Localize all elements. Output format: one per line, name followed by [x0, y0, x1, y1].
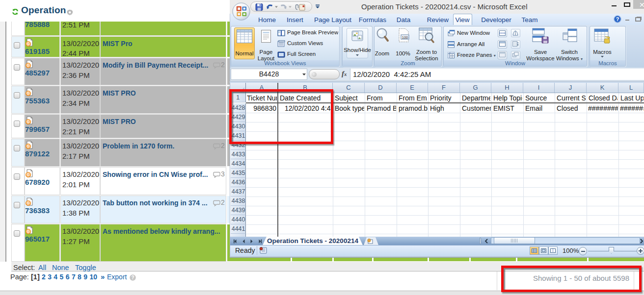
svg-text:@: @: [26, 229, 30, 234]
svg-text:?: ?: [616, 16, 619, 22]
svg-text:@: @: [26, 63, 30, 68]
svg-text:@: @: [26, 41, 30, 46]
svg-text:@: @: [26, 120, 30, 124]
svg-text:@: @: [26, 172, 30, 177]
svg-text:@: @: [26, 91, 30, 96]
svg-text:?: ?: [131, 275, 134, 280]
svg-text:100: 100: [402, 35, 408, 40]
svg-text:@: @: [26, 201, 30, 206]
svg-text:@: @: [26, 144, 30, 149]
